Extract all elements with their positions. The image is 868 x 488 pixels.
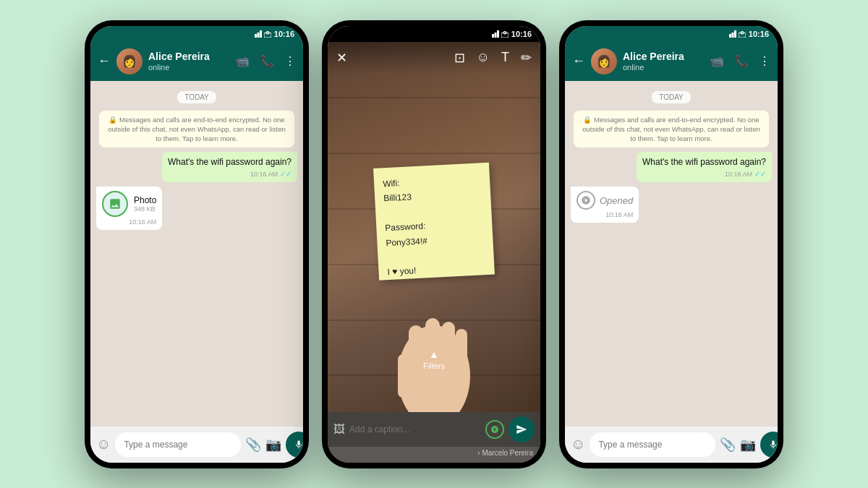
photo-size: 348 KB (134, 205, 156, 213)
svg-marker-1 (257, 33, 259, 38)
chat-header-3: ← 👩 Alice Pereira online 📹 📞 ⋮ (565, 42, 778, 81)
camera-button-1[interactable]: 📷 (265, 437, 281, 453)
sticky-note: Wifi:Billi123Password:Pony334!#I ♥ you! (373, 162, 495, 280)
status-bar-1: 10:16 (90, 26, 303, 42)
sticker-icon[interactable]: ☺ (477, 50, 490, 66)
avatar-3: 👩 (591, 48, 617, 74)
opened-message: Opened 10:16 AM (571, 187, 639, 223)
photo-label: Photo (134, 195, 156, 205)
svg-rect-14 (456, 329, 467, 383)
photo-viewer: Wifi:Billi123Password:Pony334!#I ♥ you! (328, 42, 540, 412)
back-button-1[interactable]: ← (98, 53, 111, 69)
message-text-3: What's the wifi password again? (642, 156, 766, 168)
phone-1: 10:16 ← 👩 Alice Pereira online 📹 📞 ⋮ TOD… (85, 20, 309, 468)
photo-meta: 10:16 AM (102, 218, 156, 226)
close-viewer-icon[interactable]: ✕ (336, 50, 347, 66)
contact-info-3: Alice Pereira online (623, 51, 704, 72)
svg-marker-17 (731, 33, 733, 38)
contact-name-1: Alice Pereira (148, 51, 229, 63)
emoji-button-3[interactable]: ☺ (571, 436, 585, 453)
back-button-3[interactable]: ← (572, 53, 585, 69)
opened-time: 10:16 AM (605, 211, 633, 218)
status-time-1: 10:16 (274, 30, 294, 38)
svg-marker-6 (494, 33, 496, 38)
voice-call-icon-1[interactable]: 📞 (260, 54, 274, 68)
photo-message-1[interactable]: Photo 348 KB 10:16 AM (96, 187, 162, 230)
contact-status-3: online (623, 63, 704, 72)
chat-body-1: TODAY 🔒 Messages and calls are end-to-en… (90, 81, 303, 427)
caption-emoji-icon[interactable]: 🖼 (333, 423, 345, 436)
signal-icons-3 (729, 30, 746, 38)
header-icons-1: 📹 📞 ⋮ (235, 54, 296, 68)
signal-icons-2 (492, 30, 509, 38)
status-bar-3: 10:16 (565, 26, 778, 42)
photo-time: 10:16 AM (129, 218, 156, 226)
message-meta-3: 10:16 AM ✓✓ (642, 170, 766, 178)
message-input-1[interactable] (115, 432, 241, 457)
svg-rect-15 (398, 354, 408, 398)
send-button[interactable] (509, 416, 535, 442)
svg-rect-11 (409, 325, 423, 383)
text-overlay-icon[interactable]: T (501, 50, 509, 66)
phone-3: 10:16 ← 👩 Alice Pereira online 📹 📞 ⋮ TOD… (559, 20, 783, 468)
voice-call-icon-3[interactable]: 📞 (734, 54, 749, 68)
video-call-icon-1[interactable]: 📹 (235, 54, 250, 68)
photo-info: Photo 348 KB (134, 195, 156, 213)
message-time-3: 10:16 AM (725, 171, 752, 178)
outgoing-message-1: What's the wifi password again? 10:16 AM… (162, 152, 297, 182)
chat-body-3: TODAY 🔒 Messages and calls are end-to-en… (565, 81, 778, 427)
status-time-2: 10:16 (511, 30, 532, 38)
svg-marker-7 (497, 30, 499, 38)
encryption-notice-1: 🔒 Messages and calls are end-to-end encr… (99, 111, 294, 148)
marcelo-footer: › Marcelo Pereira (328, 447, 540, 463)
header-icons-3: 📹 📞 ⋮ (710, 54, 770, 68)
camera-button-3[interactable]: 📷 (740, 437, 756, 453)
read-receipts-3: ✓✓ (754, 170, 766, 178)
marcelo-label: › Marcelo Pereira (477, 449, 533, 457)
svg-marker-2 (260, 30, 262, 38)
draw-icon[interactable]: ✏ (521, 50, 532, 66)
filters-bar[interactable]: ▲ Filters (423, 348, 445, 370)
video-call-icon-3[interactable]: 📹 (710, 54, 724, 68)
message-input-3[interactable] (590, 432, 715, 457)
read-receipts-1: ✓✓ (280, 170, 292, 178)
opened-msg-content: Opened (576, 191, 633, 210)
status-bar-2: 10:16 (328, 26, 540, 42)
message-time-1: 10:16 AM (250, 171, 278, 178)
photo-icon (102, 191, 128, 217)
input-bar-1: ☺ 📎 📷 (90, 427, 303, 463)
emoji-button-1[interactable]: ☺ (96, 436, 111, 453)
caption-input[interactable] (349, 424, 481, 435)
viewer-right-icons: ⊡ ☺ T ✏ (454, 50, 532, 66)
hand-holding-note (383, 267, 485, 412)
view-once-button[interactable] (485, 420, 504, 439)
mic-button-1[interactable] (286, 432, 303, 458)
attach-button-1[interactable]: 📎 (245, 437, 261, 453)
mic-button-3[interactable] (760, 432, 778, 458)
today-badge-1: TODAY (96, 90, 297, 103)
contact-status-1: online (148, 63, 229, 72)
svg-marker-18 (734, 30, 736, 38)
svg-marker-0 (255, 34, 257, 38)
contact-name-3: Alice Pereira (623, 51, 704, 63)
phone-2: 10:16 Wifi:Billi123Password:Pony334!#I ♥… (322, 20, 546, 468)
attach-button-3[interactable]: 📎 (720, 437, 736, 453)
more-options-icon-1[interactable]: ⋮ (284, 54, 296, 68)
sticky-text: Wifi:Billi123Password:Pony334!#I ♥ you! (383, 171, 486, 280)
signal-icons (255, 30, 271, 38)
outgoing-message-3: What's the wifi password again? 10:16 AM… (637, 152, 772, 182)
today-badge-3: TODAY (571, 90, 772, 103)
svg-marker-5 (492, 34, 494, 38)
encryption-notice-3: 🔒 Messages and calls are end-to-end encr… (574, 111, 769, 148)
opened-icon (576, 191, 595, 210)
opened-label: Opened (600, 195, 633, 206)
filters-label: Filters (423, 361, 445, 370)
viewer-topbar: ✕ ⊡ ☺ T ✏ (328, 42, 540, 74)
caption-bar: 🖼 (328, 412, 540, 447)
input-bar-3: ☺ 📎 📷 (565, 427, 778, 463)
more-options-icon-3[interactable]: ⋮ (759, 54, 770, 68)
avatar-1: 👩 (116, 48, 142, 74)
contact-info-1: Alice Pereira online (148, 51, 229, 72)
crop-icon[interactable]: ⊡ (454, 50, 465, 66)
filters-chevron-icon: ▲ (429, 348, 439, 360)
